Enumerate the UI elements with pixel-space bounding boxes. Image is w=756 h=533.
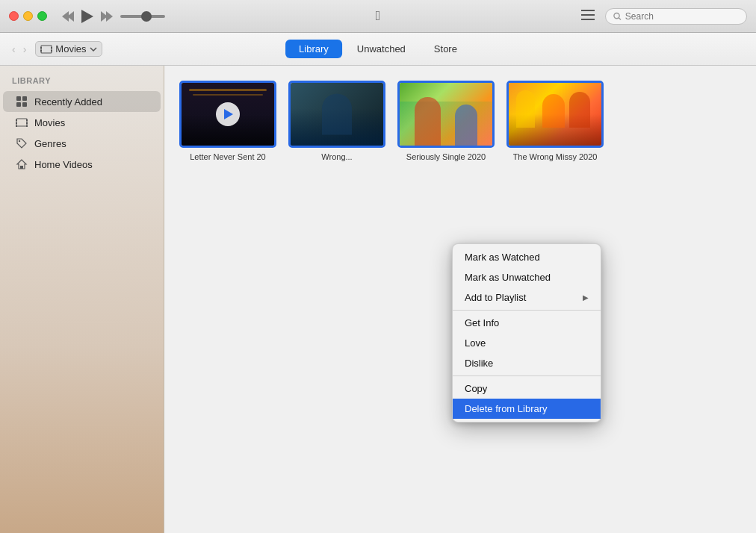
svg-rect-12 — [40, 50, 42, 52]
context-menu-get-info[interactable]: Get Info — [453, 313, 601, 333]
navbar: ‹ › Movies Library Unwatched Store — [0, 33, 756, 66]
section-selector[interactable]: Movies — [35, 41, 102, 57]
context-menu-separator-2 — [453, 375, 601, 376]
svg-rect-19 — [16, 119, 27, 126]
movie-thumb-3[interactable] — [506, 81, 604, 148]
chevron-down-icon — [90, 47, 97, 52]
movie-label-1: Wrong... — [321, 152, 352, 161]
movie-thumb-inner-1 — [291, 83, 383, 146]
context-menu-delete-from-library[interactable]: Delete from Library — [453, 399, 601, 419]
sidebar-item-movies[interactable]: Movies — [3, 112, 161, 133]
play-icon-0[interactable] — [216, 102, 240, 126]
sidebar-item-home-videos[interactable]: Home Videos — [3, 154, 161, 175]
movie-thumb-inner-3 — [509, 83, 601, 146]
main: Library Recently Added — [0, 66, 756, 533]
search-input[interactable] — [625, 11, 739, 22]
maximize-button[interactable] — [37, 11, 47, 21]
svg-point-8 — [614, 13, 619, 18]
svg-marker-1 — [62, 11, 69, 22]
tag-icon — [15, 137, 28, 150]
tab-store[interactable]: Store — [421, 40, 471, 58]
context-menu-separator-1 — [453, 310, 601, 311]
svg-rect-24 — [26, 122, 28, 124]
svg-point-26 — [19, 140, 20, 142]
volume-slider[interactable] — [120, 15, 165, 18]
rewind-button[interactable] — [62, 11, 74, 22]
context-menu-mark-watched[interactable]: Mark as Watched — [453, 247, 601, 267]
grid-icon — [15, 95, 28, 108]
svg-rect-18 — [22, 102, 27, 107]
context-menu-mark-unwatched[interactable]: Mark as Unwatched — [453, 267, 601, 287]
titlebar-right — [577, 7, 747, 25]
svg-rect-28 — [20, 166, 23, 169]
svg-rect-13 — [51, 47, 52, 49]
search-icon — [613, 12, 622, 21]
movie-item-1[interactable]: Wrong... — [288, 81, 385, 161]
search-bar — [605, 8, 747, 25]
section-label: Movies — [55, 43, 86, 54]
sidebar-item-label: Movies — [34, 117, 65, 128]
svg-rect-14 — [51, 50, 52, 52]
context-menu: Mark as Watched Mark as Unwatched Add to… — [452, 243, 601, 423]
content: Letter Never Sent 20 Wrong... — [164, 66, 756, 533]
context-menu-love[interactable]: Love — [453, 333, 601, 353]
svg-rect-17 — [16, 102, 21, 107]
svg-rect-15 — [16, 96, 21, 101]
context-menu-add-to-playlist[interactable]: Add to Playlist ▶ — [453, 287, 601, 308]
svg-rect-11 — [40, 47, 42, 49]
svg-rect-20 — [16, 119, 17, 121]
context-menu-copy[interactable]: Copy — [453, 378, 601, 399]
close-button[interactable] — [9, 11, 19, 21]
context-menu-dislike[interactable]: Dislike — [453, 353, 601, 373]
sidebar-item-recently-added[interactable]: Recently Added — [3, 91, 161, 112]
back-button[interactable]: ‹ — [9, 42, 19, 57]
tab-group: Library Unwatched Store — [285, 40, 471, 58]
sidebar-item-label: Home Videos — [34, 159, 93, 170]
sidebar-section-label: Library — [0, 73, 164, 91]
movies-icon — [40, 44, 52, 54]
movie-item-2[interactable]: Seriously Single 2020 — [397, 81, 495, 161]
svg-rect-7 — [581, 19, 595, 20]
home-icon — [15, 158, 28, 171]
movie-label-0: Letter Never Sent 20 — [190, 152, 266, 161]
submenu-arrow-icon: ▶ — [583, 293, 589, 302]
movie-thumb-inner-0 — [182, 83, 274, 146]
film-icon — [15, 116, 28, 129]
movies-grid: Letter Never Sent 20 Wrong... — [179, 81, 741, 161]
svg-marker-4 — [106, 11, 113, 22]
svg-marker-2 — [81, 10, 93, 23]
sidebar-item-genres[interactable]: Genres — [3, 133, 161, 154]
titlebar:  — [0, 0, 756, 33]
movie-thumb-0[interactable] — [179, 81, 276, 148]
movie-item-3[interactable]: The Wrong Missy 2020 — [506, 81, 604, 161]
svg-rect-16 — [22, 96, 27, 101]
tab-unwatched[interactable]: Unwatched — [344, 40, 419, 58]
movie-thumb-inner-2 — [400, 83, 492, 146]
nav-arrows: ‹ › — [9, 42, 29, 57]
svg-rect-10 — [41, 46, 52, 53]
tab-library[interactable]: Library — [285, 40, 342, 58]
minimize-button[interactable] — [23, 11, 33, 21]
movie-item-0[interactable]: Letter Never Sent 20 — [179, 81, 276, 161]
play-button[interactable] — [81, 10, 93, 23]
sidebar-item-label: Recently Added — [34, 96, 102, 107]
svg-rect-5 — [581, 10, 595, 11]
svg-rect-25 — [26, 125, 28, 127]
playback-controls — [62, 10, 165, 23]
movie-thumb-1[interactable] — [288, 81, 385, 148]
movie-label-2: Seriously Single 2020 — [406, 152, 486, 161]
traffic-lights — [9, 11, 47, 21]
movie-label-3: The Wrong Missy 2020 — [513, 152, 598, 161]
apple-logo:  — [376, 8, 381, 24]
svg-rect-6 — [581, 14, 595, 16]
svg-rect-23 — [26, 119, 28, 121]
svg-line-9 — [619, 17, 621, 19]
movie-thumb-2[interactable] — [397, 81, 495, 148]
sidebar: Library Recently Added — [0, 66, 164, 533]
forward-button[interactable]: › — [20, 42, 30, 57]
svg-rect-21 — [16, 122, 17, 124]
sidebar-item-label: Genres — [34, 138, 66, 149]
svg-rect-22 — [16, 125, 17, 127]
fast-forward-button[interactable] — [101, 11, 113, 22]
list-view-button[interactable] — [577, 7, 599, 25]
